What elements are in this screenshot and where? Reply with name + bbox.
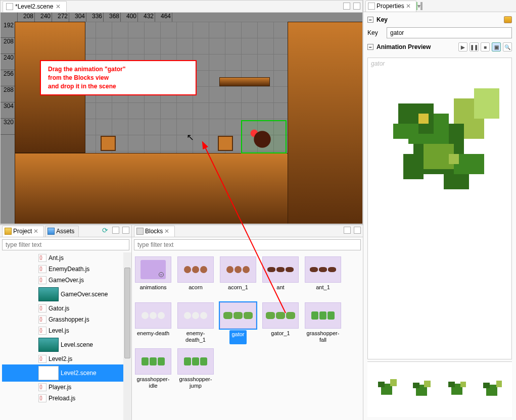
- tab-assets[interactable]: Assets: [45, 226, 79, 237]
- block-label: animations: [139, 284, 166, 298]
- block-label: ant: [276, 284, 284, 298]
- block-item-acorn[interactable]: acorn: [176, 256, 215, 298]
- tree-item[interactable]: EnemyDeath.js: [2, 264, 131, 275]
- tree-item[interactable]: Gator.js: [2, 303, 131, 314]
- block-thumb: [177, 348, 214, 375]
- zoom-icon[interactable]: 🔍: [503, 42, 512, 51]
- scene-editor: *Level2.scene ✕ 208240272304336368400432…: [0, 0, 363, 224]
- block-item-animations[interactable]: −animations: [134, 256, 172, 298]
- folder-icon: [5, 228, 12, 235]
- block-item-grasshopper-jump[interactable]: grasshopper-jump: [176, 348, 215, 390]
- minimize-icon[interactable]: [344, 227, 351, 234]
- minimize-icon[interactable]: [122, 227, 129, 234]
- scene-file-icon: [38, 366, 59, 380]
- svg-rect-23: [483, 383, 490, 388]
- image-icon: [48, 228, 55, 235]
- tree-item[interactable]: Grasshopper.js: [2, 314, 131, 325]
- block-thumb: [305, 302, 341, 329]
- animation-preview[interactable]: gator: [367, 58, 512, 359]
- block-item-ant_1[interactable]: ant_1: [304, 256, 342, 298]
- stop-icon[interactable]: ■: [481, 42, 490, 51]
- block-label: enemy-death_1: [176, 330, 215, 344]
- folder-icon[interactable]: [504, 16, 512, 23]
- collapse-icon[interactable]: −: [367, 44, 373, 50]
- project-tabs: Project ✕ Assets ⟳: [0, 225, 131, 237]
- tab-properties[interactable]: Properties ✕: [365, 1, 416, 12]
- selected-sprite[interactable]: [241, 120, 287, 153]
- block-item-grasshopper-fall[interactable]: grasshopper-fall: [304, 302, 342, 344]
- play-icon[interactable]: ▶: [458, 42, 467, 51]
- properties-tabs: Properties ✕ ▾: [363, 0, 516, 12]
- scene-file-icon: [38, 338, 59, 352]
- block-thumb: [177, 256, 214, 283]
- tree-item[interactable]: Level.scene: [2, 336, 131, 353]
- annotation-callout: Drag the animation "gator" from the Bloc…: [40, 60, 197, 95]
- scene-canvas[interactable]: Drag the animation "gator" from the Bloc…: [15, 22, 362, 224]
- block-item-acorn_1[interactable]: acorn_1: [219, 256, 257, 298]
- pause-icon[interactable]: ❚❚: [470, 42, 479, 51]
- menu-icon[interactable]: ▾: [417, 3, 420, 10]
- scene-tab-level2[interactable]: *Level2.scene ✕: [3, 1, 67, 12]
- ruler-vertical: 192208240256288304320: [1, 22, 15, 224]
- svg-rect-22: [496, 380, 502, 387]
- block-thumb: [135, 348, 171, 375]
- close-icon[interactable]: ✕: [406, 3, 412, 10]
- minimize-icon[interactable]: [343, 3, 350, 10]
- block-thumb: [135, 302, 171, 329]
- collapse-icon[interactable]: −: [367, 17, 373, 23]
- animation-frames[interactable]: [367, 361, 512, 417]
- block-label: gator_1: [271, 330, 290, 344]
- maximize-icon[interactable]: [421, 2, 423, 10]
- svg-rect-17: [413, 383, 419, 388]
- fullscreen-icon[interactable]: ▣: [492, 42, 501, 51]
- tab-blocks[interactable]: Blocks ✕: [134, 226, 175, 237]
- tree-item[interactable]: Ant.js: [2, 252, 131, 264]
- block-thumb: [305, 256, 341, 283]
- close-icon[interactable]: ✕: [164, 228, 170, 235]
- ant-sprite: [242, 121, 283, 151]
- tab-project[interactable]: Project ✕: [2, 226, 44, 237]
- tree-item-selected[interactable]: Level2.scene: [2, 364, 131, 382]
- block-item-gator_1[interactable]: gator_1: [261, 302, 300, 344]
- key-label: Key: [367, 29, 384, 36]
- block-item-enemy-death_1[interactable]: enemy-death_1: [176, 302, 215, 344]
- scene-viewport[interactable]: 208240272304336368400432464 192208240256…: [1, 13, 362, 224]
- section-key[interactable]: − Key: [367, 15, 512, 24]
- tree-item[interactable]: Level2.js: [2, 353, 131, 364]
- tree-item[interactable]: Level.js: [2, 325, 131, 336]
- frame-thumb[interactable]: [479, 376, 506, 403]
- close-icon[interactable]: ✕: [33, 228, 39, 235]
- maximize-icon[interactable]: [353, 3, 360, 10]
- frame-thumb[interactable]: [373, 376, 401, 403]
- frame-thumb[interactable]: [444, 376, 471, 403]
- block-item-ant[interactable]: ant: [261, 256, 300, 298]
- js-file-icon: [38, 276, 46, 284]
- block-item-gator[interactable]: gator: [219, 302, 257, 344]
- block-label: gator: [229, 330, 246, 344]
- svg-rect-14: [378, 381, 384, 387]
- project-tree[interactable]: Ant.js EnemyDeath.js GameOver.js GameOve…: [0, 252, 131, 420]
- blocks-filter-input[interactable]: [134, 239, 361, 250]
- key-input[interactable]: [387, 27, 512, 38]
- block-item-grasshopper-idle[interactable]: grasshopper-idle: [134, 348, 172, 390]
- refresh-icon[interactable]: ⟳: [102, 227, 109, 234]
- maximize-icon[interactable]: [354, 227, 361, 234]
- section-animation-preview[interactable]: − Animation Preview ▶ ❚❚ ■ ▣ 🔍: [367, 41, 512, 52]
- js-file-icon: [38, 394, 46, 402]
- link-icon[interactable]: [112, 227, 119, 234]
- tree-item[interactable]: Player.js: [2, 382, 131, 393]
- project-filter-input[interactable]: [2, 239, 129, 250]
- tree-item[interactable]: Preload.js: [2, 393, 131, 404]
- frame-thumb[interactable]: [408, 376, 436, 403]
- scrollbar[interactable]: [123, 252, 131, 420]
- properties-icon: [368, 3, 375, 10]
- tree-item[interactable]: GameOver.js: [2, 275, 131, 286]
- close-icon[interactable]: ✕: [55, 4, 61, 10]
- js-file-icon: [38, 316, 46, 324]
- block-label: acorn_1: [228, 284, 248, 298]
- block-thumb: [177, 302, 214, 329]
- block-item-enemy-death[interactable]: enemy-death: [134, 302, 172, 344]
- scene-file-icon: [6, 3, 13, 10]
- js-file-icon: [38, 355, 46, 363]
- tree-item[interactable]: GameOver.scene: [2, 286, 131, 303]
